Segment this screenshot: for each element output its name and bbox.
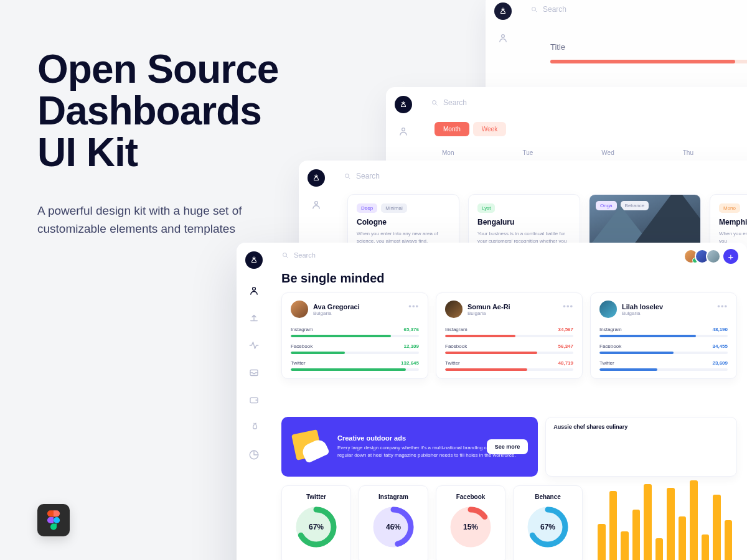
main-dashboard-panel: Search + Be single minded Ava Gregoraci … bbox=[237, 243, 747, 560]
stat-bar bbox=[599, 368, 728, 371]
city-title: Cologne bbox=[357, 218, 450, 226]
profile-sub: Bulgaria bbox=[622, 310, 663, 316]
hero-subtitle: A powerful design kit with a huge set of… bbox=[37, 202, 261, 238]
profile-name: Lilah Ioselev bbox=[622, 303, 663, 310]
donut-value: 67% bbox=[527, 506, 568, 548]
page-title: Be single minded bbox=[281, 271, 385, 286]
stat-label: Facebook bbox=[291, 343, 312, 349]
stat-row: Instagram 34,567 bbox=[445, 327, 573, 337]
stat-value: 23,609 bbox=[713, 360, 728, 366]
bar bbox=[598, 524, 606, 560]
search-icon bbox=[431, 99, 438, 106]
avatar[interactable] bbox=[706, 249, 721, 264]
stat-value: 12,109 bbox=[404, 343, 419, 349]
profile-card[interactable]: Ava Gregoraci Bulgaria ••• Instagram 65,… bbox=[281, 292, 428, 379]
upload-icon[interactable] bbox=[248, 312, 260, 324]
activity-icon[interactable] bbox=[248, 340, 260, 351]
stat-value: 34,567 bbox=[558, 327, 573, 332]
svg-point-3 bbox=[532, 7, 536, 11]
stat-label: Twitter bbox=[445, 360, 460, 366]
profile-name: Ava Gregoraci bbox=[313, 303, 360, 310]
figma-logo-badge bbox=[37, 504, 70, 536]
inbox-icon[interactable] bbox=[248, 367, 260, 378]
progress-bar bbox=[550, 60, 747, 63]
logo-icon bbox=[494, 2, 512, 20]
donut-card[interactable]: Behance 67% bbox=[513, 485, 583, 560]
search-input[interactable]: Search bbox=[431, 98, 467, 107]
bar bbox=[644, 484, 652, 560]
stat-label: Twitter bbox=[599, 360, 614, 366]
stat-value: 56,347 bbox=[558, 343, 573, 349]
stat-row: Facebook 34,455 bbox=[599, 343, 728, 354]
pie-icon[interactable] bbox=[248, 449, 260, 460]
profile-card[interactable]: Lilah Ioselev Bulgaria ••• Instagram 48,… bbox=[590, 292, 737, 379]
avatar bbox=[599, 301, 617, 318]
profile-sub: Bulgaria bbox=[467, 310, 510, 316]
user-icon[interactable] bbox=[248, 285, 260, 296]
svg-point-1 bbox=[502, 35, 505, 38]
donut-value: 15% bbox=[450, 506, 491, 548]
bar bbox=[702, 534, 710, 560]
bar-chart-card: Aussie chef shares culinary bbox=[545, 417, 737, 477]
stat-bar bbox=[291, 335, 419, 337]
promo-banner: Creative outdoor ads Every large design … bbox=[281, 417, 538, 477]
svg-point-0 bbox=[54, 517, 60, 523]
search-input[interactable]: Search bbox=[344, 172, 380, 180]
profile-cards-row: Ava Gregoraci Bulgaria ••• Instagram 65,… bbox=[281, 292, 737, 379]
stat-row: Twitter 132,645 bbox=[291, 360, 419, 371]
logo-icon bbox=[308, 169, 325, 187]
donut-label: Twitter bbox=[306, 493, 326, 500]
donut-card[interactable]: Twitter 67% bbox=[281, 485, 351, 560]
bar bbox=[690, 480, 698, 560]
avatar bbox=[291, 301, 308, 318]
stat-row: Facebook 56,347 bbox=[445, 343, 573, 354]
more-icon[interactable]: ••• bbox=[563, 302, 573, 311]
profile-name: Somun Ae-Ri bbox=[467, 303, 510, 310]
bar bbox=[655, 538, 664, 560]
stat-value: 34,455 bbox=[713, 343, 728, 349]
profile-card[interactable]: Somun Ae-Ri Bulgaria ••• Instagram 34,56… bbox=[436, 292, 583, 379]
stat-label: Instagram bbox=[599, 327, 622, 332]
bar bbox=[667, 488, 675, 561]
stat-value: 132,645 bbox=[401, 360, 419, 366]
user-icon[interactable] bbox=[497, 32, 509, 44]
stat-label: Instagram bbox=[291, 327, 313, 332]
more-icon[interactable]: ••• bbox=[408, 302, 419, 311]
donut-ring: 46% bbox=[373, 506, 414, 548]
search-input[interactable]: Search bbox=[530, 5, 566, 14]
user-icon[interactable] bbox=[311, 199, 322, 210]
more-icon[interactable]: ••• bbox=[717, 302, 728, 311]
svg-point-5 bbox=[433, 101, 436, 105]
donut-card[interactable]: Facebook 15% bbox=[436, 485, 505, 560]
donut-label: Instagram bbox=[378, 493, 408, 500]
profile-sub: Bulgaria bbox=[313, 310, 360, 316]
donut-label: Behance bbox=[535, 493, 561, 500]
search-input[interactable]: Search bbox=[281, 251, 316, 259]
view-week-button[interactable]: Week bbox=[473, 122, 506, 136]
logo-icon bbox=[395, 96, 412, 113]
bar bbox=[632, 510, 641, 561]
bar bbox=[725, 520, 733, 560]
hero-title: Open Source Dashboards UI Kit bbox=[37, 49, 278, 174]
stat-row: Twitter 23,609 bbox=[599, 360, 728, 371]
bar-chart: 010203040506070809101112 bbox=[595, 477, 735, 560]
add-user-button[interactable]: + bbox=[723, 249, 738, 264]
see-more-button[interactable]: See more bbox=[487, 439, 529, 454]
donut-card[interactable]: Instagram 46% bbox=[359, 485, 428, 560]
wallet-icon[interactable] bbox=[248, 394, 260, 406]
city-title: Memphis bbox=[719, 218, 747, 226]
stat-bar bbox=[291, 352, 419, 354]
stat-row: Twitter 48,719 bbox=[445, 360, 573, 371]
view-toggle[interactable]: Month Week bbox=[435, 122, 506, 136]
stat-bar bbox=[445, 335, 573, 337]
stat-bar bbox=[445, 368, 573, 371]
user-icon[interactable] bbox=[398, 126, 409, 137]
donut-value: 67% bbox=[296, 506, 337, 548]
stat-bar bbox=[445, 352, 573, 354]
view-month-button[interactable]: Month bbox=[435, 122, 469, 136]
stat-value: 48,190 bbox=[713, 327, 728, 332]
flame-icon[interactable] bbox=[248, 422, 260, 433]
hero: Open Source Dashboards UI Kit A powerful… bbox=[37, 49, 278, 238]
donut-row: Twitter 67% Instagram 46% Facebook 15% B… bbox=[281, 485, 583, 560]
svg-point-7 bbox=[345, 174, 349, 178]
